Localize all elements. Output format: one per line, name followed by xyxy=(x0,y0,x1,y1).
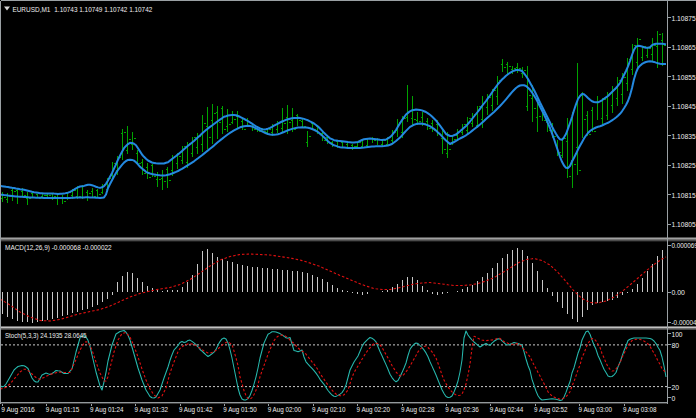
svg-text:100: 100 xyxy=(672,330,683,339)
svg-text:0.00: 0.00 xyxy=(672,288,686,297)
svg-text:0.000069: 0.000069 xyxy=(672,241,696,250)
svg-text:1.10845: 1.10845 xyxy=(672,102,696,111)
svg-text:80: 80 xyxy=(672,341,680,350)
svg-text:1.10825: 1.10825 xyxy=(672,161,696,170)
svg-text:EURUSD,M1: EURUSD,M1 xyxy=(12,5,50,14)
svg-text:Stoch(5,3,3) 24.1935 28.0645: Stoch(5,3,3) 24.1935 28.0645 xyxy=(5,331,87,340)
svg-text:9 Aug 02:52: 9 Aug 02:52 xyxy=(534,405,568,414)
svg-text:9 Aug 02:44: 9 Aug 02:44 xyxy=(490,405,524,414)
svg-text:9 Aug 01:42: 9 Aug 01:42 xyxy=(179,405,213,414)
svg-text:9 Aug 02:20: 9 Aug 02:20 xyxy=(357,405,391,414)
svg-text:1.10815: 1.10815 xyxy=(672,191,696,200)
svg-text:1.10805: 1.10805 xyxy=(672,220,696,229)
svg-text:9 Aug 02:36: 9 Aug 02:36 xyxy=(445,405,479,414)
svg-text:9 Aug 01:15: 9 Aug 01:15 xyxy=(46,405,80,414)
svg-text:9 Aug 02:00: 9 Aug 02:00 xyxy=(268,405,302,414)
svg-text:20: 20 xyxy=(672,383,680,392)
svg-text:1.10743 1.10749 1.10742 1.1074: 1.10743 1.10749 1.10742 1.10742 xyxy=(54,5,152,14)
svg-text:9 Aug 02:28: 9 Aug 02:28 xyxy=(401,405,435,414)
svg-text:9 Aug 01:50: 9 Aug 01:50 xyxy=(223,405,257,414)
svg-text:1.10835: 1.10835 xyxy=(672,132,696,141)
svg-text:9 Aug 03:08: 9 Aug 03:08 xyxy=(623,405,657,414)
svg-text:9 Aug 2016: 9 Aug 2016 xyxy=(1,405,35,414)
svg-text:MACD(12,26,9) -0.000068 -0.000: MACD(12,26,9) -0.000068 -0.000022 xyxy=(5,243,112,252)
svg-text:9 Aug 03:00: 9 Aug 03:00 xyxy=(579,405,613,414)
svg-text:9 Aug 01:32: 9 Aug 01:32 xyxy=(135,405,169,414)
svg-text:9 Aug 02:10: 9 Aug 02:10 xyxy=(312,405,346,414)
svg-text:-0.000046: -0.000046 xyxy=(672,318,696,327)
svg-text:9 Aug 01:24: 9 Aug 01:24 xyxy=(90,405,124,414)
svg-text:1.10875: 1.10875 xyxy=(672,14,696,23)
svg-text:0: 0 xyxy=(672,394,676,403)
svg-text:1.10855: 1.10855 xyxy=(672,73,696,82)
svg-text:1.10865: 1.10865 xyxy=(672,43,696,52)
